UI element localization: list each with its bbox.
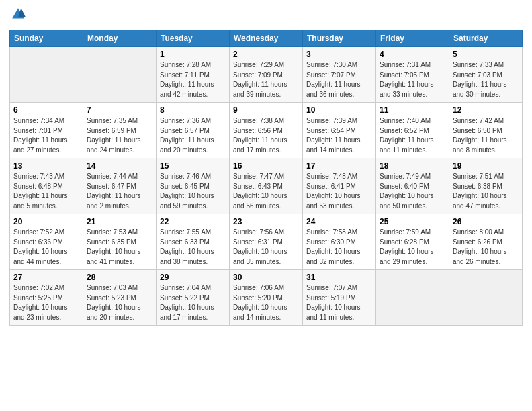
day-info: Sunrise: 7:03 AMSunset: 5:23 PMDaylight:… [87,283,152,322]
col-header-sunday: Sunday [10,30,83,47]
day-number: 23 [233,217,299,226]
day-number: 26 [453,217,519,226]
day-info: Sunrise: 7:30 AMSunset: 7:07 PMDaylight:… [306,60,372,99]
day-info: Sunrise: 7:31 AMSunset: 7:05 PMDaylight:… [380,60,445,99]
col-header-friday: Friday [376,30,449,47]
col-header-monday: Monday [83,30,157,47]
day-number: 31 [306,273,372,282]
day-number: 2 [233,50,299,59]
day-cell: 16Sunrise: 7:47 AMSunset: 6:43 PMDayligh… [230,158,303,214]
day-number: 9 [233,105,299,115]
day-cell: 20Sunrise: 7:52 AMSunset: 6:36 PMDayligh… [10,214,83,270]
day-cell: 13Sunrise: 7:43 AMSunset: 6:48 PMDayligh… [10,158,83,214]
day-cell [449,270,523,326]
day-cell: 10Sunrise: 7:39 AMSunset: 6:54 PMDayligh… [303,103,376,158]
day-cell: 30Sunrise: 7:06 AMSunset: 5:20 PMDayligh… [230,270,303,326]
day-number: 11 [380,105,445,115]
day-info: Sunrise: 7:28 AMSunset: 7:11 PMDaylight:… [160,60,226,99]
day-info: Sunrise: 7:48 AMSunset: 6:41 PMDaylight:… [306,172,372,211]
day-info: Sunrise: 7:51 AMSunset: 6:38 PMDaylight:… [453,172,519,211]
day-cell: 11Sunrise: 7:40 AMSunset: 6:52 PMDayligh… [376,103,449,158]
day-info: Sunrise: 7:59 AMSunset: 6:28 PMDaylight:… [380,228,445,267]
day-number: 7 [87,105,152,115]
day-info: Sunrise: 7:39 AMSunset: 6:54 PMDaylight:… [306,116,372,155]
day-cell [376,270,449,326]
calendar-page: SundayMondayTuesdayWednesdayThursdayFrid… [0,0,532,411]
day-cell: 31Sunrise: 7:07 AMSunset: 5:19 PMDayligh… [303,270,376,326]
day-cell: 23Sunrise: 7:56 AMSunset: 6:31 PMDayligh… [230,214,303,270]
calendar-table: SundayMondayTuesdayWednesdayThursdayFrid… [9,30,523,326]
day-number: 25 [380,217,445,226]
day-number: 21 [87,217,152,226]
day-cell: 19Sunrise: 7:51 AMSunset: 6:38 PMDayligh… [449,158,523,214]
day-cell: 8Sunrise: 7:36 AMSunset: 6:57 PMDaylight… [157,103,230,158]
day-number: 19 [453,161,519,171]
day-info: Sunrise: 7:35 AMSunset: 6:59 PMDaylight:… [87,116,152,155]
day-number: 28 [87,273,152,282]
day-number: 18 [380,161,445,171]
logo [9,7,28,24]
day-number: 12 [453,105,519,115]
day-cell: 26Sunrise: 8:00 AMSunset: 6:26 PMDayligh… [449,214,523,270]
day-cell: 3Sunrise: 7:30 AMSunset: 7:07 PMDaylight… [303,47,376,103]
day-info: Sunrise: 7:06 AMSunset: 5:20 PMDaylight:… [233,283,299,322]
day-number: 24 [306,217,372,226]
col-header-wednesday: Wednesday [230,30,303,47]
day-cell: 21Sunrise: 7:53 AMSunset: 6:35 PMDayligh… [83,214,157,270]
page-header [9,7,523,24]
col-header-tuesday: Tuesday [157,30,230,47]
day-number: 13 [13,161,79,171]
day-number: 6 [13,105,79,115]
day-cell: 4Sunrise: 7:31 AMSunset: 7:05 PMDaylight… [376,47,449,103]
day-info: Sunrise: 7:49 AMSunset: 6:40 PMDaylight:… [380,172,445,211]
col-header-saturday: Saturday [449,30,523,47]
day-info: Sunrise: 8:00 AMSunset: 6:26 PMDaylight:… [453,228,519,267]
day-cell [83,47,157,103]
day-cell: 29Sunrise: 7:04 AMSunset: 5:22 PMDayligh… [157,270,230,326]
day-info: Sunrise: 7:55 AMSunset: 6:33 PMDaylight:… [160,228,226,267]
day-cell: 24Sunrise: 7:58 AMSunset: 6:30 PMDayligh… [303,214,376,270]
day-info: Sunrise: 7:04 AMSunset: 5:22 PMDaylight:… [160,283,226,322]
week-row-5: 27Sunrise: 7:02 AMSunset: 5:25 PMDayligh… [10,270,523,326]
day-cell: 27Sunrise: 7:02 AMSunset: 5:25 PMDayligh… [10,270,83,326]
week-row-2: 6Sunrise: 7:34 AMSunset: 7:01 PMDaylight… [10,103,523,158]
day-cell: 12Sunrise: 7:42 AMSunset: 6:50 PMDayligh… [449,103,523,158]
day-info: Sunrise: 7:34 AMSunset: 7:01 PMDaylight:… [13,116,79,155]
day-number: 16 [233,161,299,171]
day-cell: 22Sunrise: 7:55 AMSunset: 6:33 PMDayligh… [157,214,230,270]
col-header-thursday: Thursday [303,30,376,47]
day-cell: 9Sunrise: 7:38 AMSunset: 6:56 PMDaylight… [230,103,303,158]
day-number: 20 [13,217,79,226]
day-cell: 15Sunrise: 7:46 AMSunset: 6:45 PMDayligh… [157,158,230,214]
week-row-1: 1Sunrise: 7:28 AMSunset: 7:11 PMDaylight… [10,47,523,103]
day-number: 5 [453,50,519,59]
day-cell: 2Sunrise: 7:29 AMSunset: 7:09 PMDaylight… [230,47,303,103]
day-cell: 18Sunrise: 7:49 AMSunset: 6:40 PMDayligh… [376,158,449,214]
day-info: Sunrise: 7:38 AMSunset: 6:56 PMDaylight:… [233,116,299,155]
logo-icon [11,7,26,21]
day-info: Sunrise: 7:36 AMSunset: 6:57 PMDaylight:… [160,116,226,155]
day-number: 17 [306,161,372,171]
day-cell: 1Sunrise: 7:28 AMSunset: 7:11 PMDaylight… [157,47,230,103]
day-number: 8 [160,105,226,115]
day-info: Sunrise: 7:07 AMSunset: 5:19 PMDaylight:… [306,283,372,322]
day-number: 14 [87,161,152,171]
day-number: 10 [306,105,372,115]
day-info: Sunrise: 7:53 AMSunset: 6:35 PMDaylight:… [87,228,152,267]
day-number: 1 [160,50,226,59]
day-info: Sunrise: 7:56 AMSunset: 6:31 PMDaylight:… [233,228,299,267]
day-info: Sunrise: 7:02 AMSunset: 5:25 PMDaylight:… [13,283,79,322]
day-info: Sunrise: 7:42 AMSunset: 6:50 PMDaylight:… [453,116,519,155]
day-info: Sunrise: 7:44 AMSunset: 6:47 PMDaylight:… [87,172,152,211]
day-cell: 6Sunrise: 7:34 AMSunset: 7:01 PMDaylight… [10,103,83,158]
day-info: Sunrise: 7:46 AMSunset: 6:45 PMDaylight:… [160,172,226,211]
day-cell [10,47,83,103]
day-cell: 28Sunrise: 7:03 AMSunset: 5:23 PMDayligh… [83,270,157,326]
day-cell: 14Sunrise: 7:44 AMSunset: 6:47 PMDayligh… [83,158,157,214]
day-number: 4 [380,50,445,59]
day-cell: 25Sunrise: 7:59 AMSunset: 6:28 PMDayligh… [376,214,449,270]
week-row-3: 13Sunrise: 7:43 AMSunset: 6:48 PMDayligh… [10,158,523,214]
day-number: 3 [306,50,372,59]
week-row-4: 20Sunrise: 7:52 AMSunset: 6:36 PMDayligh… [10,214,523,270]
day-info: Sunrise: 7:33 AMSunset: 7:03 PMDaylight:… [453,60,519,99]
